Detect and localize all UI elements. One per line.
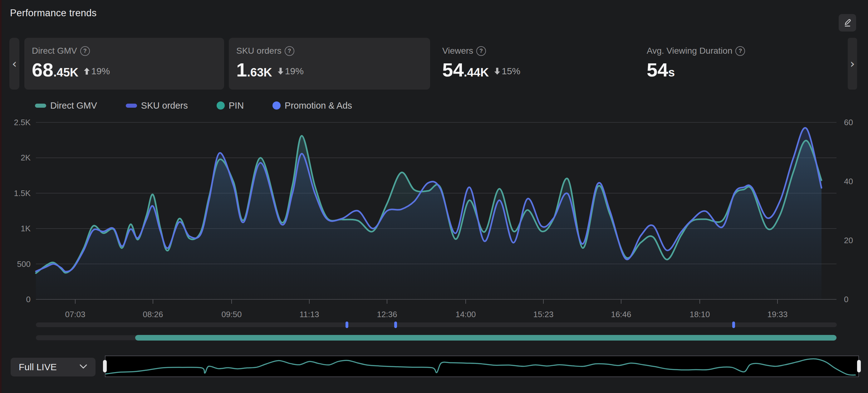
promotion-event-dot[interactable]	[732, 322, 735, 328]
svg-text:1K: 1K	[21, 224, 31, 233]
performance-trends-chart[interactable]: 2.5K2K1.5K1K5000604020007:0308:2609:5011…	[0, 0, 868, 393]
timeline-sparkline	[105, 356, 858, 376]
svg-text:20: 20	[844, 236, 853, 245]
svg-text:19:33: 19:33	[767, 310, 787, 319]
svg-text:1.5K: 1.5K	[14, 188, 31, 198]
svg-text:0: 0	[844, 295, 848, 304]
timeline-right-handle[interactable]	[857, 360, 861, 372]
performance-trends-panel: Performance trends ‹ Direct GMV ? 68 .45…	[0, 0, 868, 393]
svg-text:500: 500	[17, 260, 31, 269]
svg-text:12:36: 12:36	[377, 310, 397, 319]
svg-text:11:13: 11:13	[299, 310, 319, 319]
timeline-left-handle[interactable]	[103, 360, 107, 372]
time-range-dropdown[interactable]: Full LIVE	[10, 358, 95, 376]
svg-text:09:50: 09:50	[221, 310, 242, 319]
svg-text:16:46: 16:46	[611, 310, 631, 319]
promotion-event-dot[interactable]	[345, 322, 348, 328]
svg-text:14:00: 14:00	[455, 310, 476, 319]
pin-range-track[interactable]	[36, 335, 837, 340]
svg-text:18:10: 18:10	[689, 310, 710, 319]
svg-text:40: 40	[844, 177, 853, 186]
svg-text:2K: 2K	[21, 153, 31, 162]
svg-text:0: 0	[26, 295, 31, 304]
svg-text:08:26: 08:26	[143, 310, 163, 319]
promotion-events-track[interactable]	[36, 323, 837, 327]
svg-text:15:23: 15:23	[533, 310, 553, 319]
timeline-overview[interactable]	[105, 356, 859, 377]
pin-active-range-bar[interactable]	[135, 335, 836, 340]
time-range-value: Full LIVE	[19, 362, 57, 372]
svg-text:60: 60	[844, 118, 853, 127]
svg-text:07:03: 07:03	[65, 310, 85, 319]
promotion-event-dot[interactable]	[394, 322, 397, 328]
svg-text:2.5K: 2.5K	[14, 118, 31, 127]
chevron-down-icon	[79, 364, 87, 370]
